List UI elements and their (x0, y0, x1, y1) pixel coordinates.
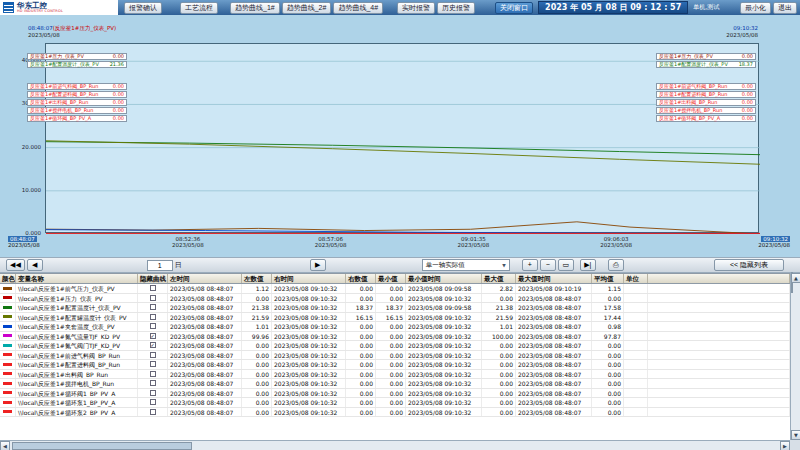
hide-curve-checkbox[interactable]: ✓ (150, 342, 156, 348)
legend-value: 0.00 (113, 92, 124, 97)
color-swatch (3, 391, 12, 394)
scroll-up-icon[interactable]: ▲ (791, 273, 800, 283)
zoom-out-button[interactable]: − (540, 259, 556, 271)
right-cursor-date: 2023/05/08 (726, 32, 758, 39)
page-back-button[interactable]: ◀◀ (6, 259, 25, 271)
table-row[interactable]: \\local\反应釜1#前气压力_仪表_PV2023/05/08 08:48:… (0, 284, 790, 294)
axis-mode-select[interactable]: 单一轴实际值 ▼ (422, 259, 510, 271)
close-window-button[interactable]: 关闭窗口 (495, 2, 533, 14)
hide-curve-checkbox[interactable] (150, 380, 156, 386)
hide-curve-checkbox[interactable] (150, 352, 156, 358)
color-swatch (3, 401, 12, 404)
hide-curve-cell: ✓ (138, 341, 168, 350)
table-row[interactable]: \\local\反应釜1#搅拌电机_BP_Run2023/05/08 08:48… (0, 379, 790, 389)
hide-curve-checkbox[interactable] (150, 390, 156, 396)
scroll-left-icon[interactable]: ◀ (0, 441, 10, 450)
row-filler-cell (648, 370, 790, 379)
table-row[interactable]: \\local\反应釜1#配置温度计_仪表_PV2023/05/08 08:48… (0, 303, 790, 313)
table-row[interactable]: \\local\反应釜1#循环阀1_BP_PV_A2023/05/08 08:4… (0, 389, 790, 399)
exit-button[interactable]: 退出 (773, 2, 797, 14)
x-start-date: 2023/05/08 (8, 242, 40, 248)
table-row[interactable]: \\local\反应釜1#配置进料阀_BP_Run2023/05/08 08:4… (0, 360, 790, 370)
table-row[interactable]: \\local\反应釜1#压力_仪表_PV2023/05/08 08:48:07… (0, 294, 790, 304)
table-row[interactable]: \\local\反应釜1#前进气料阀_BP_Run2023/05/08 08:4… (0, 351, 790, 361)
hide-curve-checkbox[interactable]: ✓ (150, 333, 156, 339)
zoom-fit-button[interactable]: ▭ (558, 259, 574, 271)
trend-1-button[interactable]: 趋势曲线_1# (230, 2, 280, 14)
step-back-button[interactable]: ◀ (27, 259, 43, 271)
hide-curve-checkbox[interactable] (150, 371, 156, 377)
column-header-filler (648, 274, 790, 283)
table-row[interactable]: \\local\反应釜1#夹套温度_仪表_PV2023/05/08 08:48:… (0, 322, 790, 332)
trend-4-button[interactable]: 趋势曲线_4# (333, 2, 383, 14)
row-filler-cell (648, 341, 790, 350)
hide-curve-cell (138, 351, 168, 360)
right-time-cell: 2023/05/08 09:10:32 (272, 351, 346, 360)
hide-curve-checkbox[interactable] (150, 361, 156, 367)
hide-curve-checkbox[interactable] (150, 409, 156, 415)
step-forward-button[interactable]: ▶ (310, 259, 326, 271)
max-time-cell: 2023/05/08 08:48:07 (516, 408, 592, 417)
right-value-cell: 0.00 (346, 379, 376, 388)
process-flow-button[interactable]: 工艺流程 (180, 2, 218, 14)
legend-label: 反应釜1#配置温度计_仪表_PV (659, 62, 728, 67)
max-value-cell: 0.00 (482, 370, 516, 379)
left-time-cell: 2023/05/08 08:48:07 (168, 341, 242, 350)
trend-plot-area[interactable] (45, 43, 759, 233)
hide-list-button[interactable]: << 隐藏列表 (714, 259, 784, 271)
interval-input[interactable] (147, 260, 173, 271)
hide-curve-cell (138, 303, 168, 312)
hide-curve-checkbox[interactable] (150, 323, 156, 329)
hide-curve-checkbox[interactable] (150, 304, 156, 310)
table-header: 颜色变量名称隐藏曲线左时间左数值右时间右数值最小值最小值时间最大值最大值时间平均… (0, 273, 790, 284)
hide-curve-checkbox[interactable] (150, 314, 156, 320)
go-to-end-button[interactable]: ▶| (580, 259, 596, 271)
variable-name-cell: \\local\反应釜1#前进气料阀_BP_Run (16, 351, 138, 360)
hide-curve-cell (138, 408, 168, 417)
legend-item: 反应釜1#配置温度计_仪表_PV21.36 (27, 61, 127, 68)
left-value-cell: 0.00 (242, 408, 272, 417)
right-value-cell: 0.00 (346, 408, 376, 417)
table-row[interactable]: \\local\反应釜1#氮气流量TJF_KD_PV✓2023/05/08 08… (0, 332, 790, 342)
trend-2-button[interactable]: 趋势曲线_2# (282, 2, 332, 14)
hide-curve-checkbox[interactable] (150, 295, 156, 301)
right-time-cell: 2023/05/08 09:10:32 (272, 398, 346, 407)
legend-value: 0.00 (742, 100, 753, 105)
min-value-cell: 0.00 (376, 360, 406, 369)
table-row[interactable]: \\local\反应釜1#出料阀_BP_Run2023/05/08 08:48:… (0, 370, 790, 380)
row-color-cell (0, 370, 16, 379)
hide-curve-cell (138, 360, 168, 369)
scroll-down-icon[interactable]: ▼ (791, 430, 800, 440)
table-row[interactable]: \\local\反应釜1#配置罐温度计_仪表_PV2023/05/08 08:4… (0, 313, 790, 323)
legend-label: 反应釜1#前进气料阀_BP_Run (30, 84, 98, 89)
row-filler-cell (648, 332, 790, 341)
hide-curve-cell (138, 322, 168, 331)
minimize-button[interactable]: 最小化 (740, 2, 771, 14)
hide-curve-checkbox[interactable] (150, 285, 156, 291)
table-row[interactable]: \\local\反应釜1#循环泵1_BP_PV_A2023/05/08 08:4… (0, 398, 790, 408)
table-row[interactable]: \\local\反应釜1#循环泵2_BP_PV_A2023/05/08 08:4… (0, 408, 790, 418)
horizontal-scrollbar[interactable]: ◀ ▶ (0, 440, 790, 450)
vertical-scrollbar[interactable]: ▲ ▼ (790, 273, 800, 440)
realtime-alarm-button[interactable]: 实时报警 (397, 2, 435, 14)
horizontal-scroll-thumb[interactable] (12, 442, 192, 450)
right-time-cell: 2023/05/08 09:10:32 (272, 408, 346, 417)
history-alarm-button[interactable]: 历史报警 (437, 2, 475, 14)
right-value-cell: 0.00 (346, 322, 376, 331)
alarm-confirm-button[interactable]: 报警确认 (124, 2, 162, 14)
left-value-cell: 99.96 (242, 332, 272, 341)
zoom-in-button[interactable]: + (522, 259, 538, 271)
hide-curve-checkbox[interactable] (150, 399, 156, 405)
legend-value: 18.37 (739, 62, 753, 67)
print-button[interactable]: ⎙ (608, 259, 624, 271)
hide-curve-cell (138, 389, 168, 398)
table-row[interactable]: \\local\反应釜1#氮气阀门TJF_KD_PV✓2023/05/08 08… (0, 341, 790, 351)
max-time-cell: 2023/05/08 08:48:07 (516, 294, 592, 303)
x-axis-end-label: 09:10:32 2023/05/08 (758, 236, 790, 248)
column-header: 最小值 (376, 274, 406, 283)
variable-name-cell: \\local\反应釜1#配置进料阀_BP_Run (16, 360, 138, 369)
scroll-right-icon[interactable]: ▶ (780, 441, 790, 450)
logo-text-cn: 华东工控 (17, 2, 63, 9)
left-value-cell: 0.00 (242, 398, 272, 407)
max-time-cell: 2023/05/08 08:48:07 (516, 398, 592, 407)
